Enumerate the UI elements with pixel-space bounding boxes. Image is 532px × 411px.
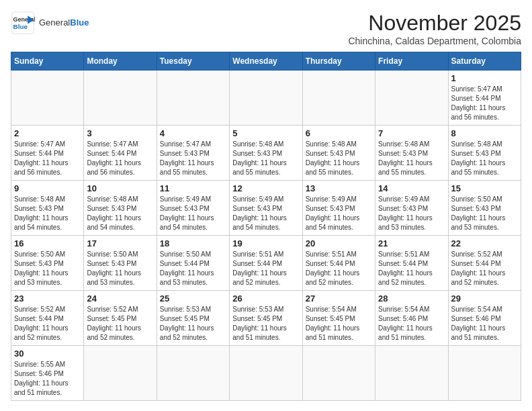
- day-number: 28: [378, 293, 445, 304]
- calendar-week-row: 2Sunrise: 5:47 AMSunset: 5:44 PMDaylight…: [11, 126, 521, 181]
- daylight-label: Daylight: 11 hours and 55 minutes.: [160, 159, 214, 176]
- sunset-label: Sunset: 5:46 PM: [378, 315, 428, 322]
- day-number: 24: [87, 293, 153, 304]
- day-info: Sunrise: 5:51 AMSunset: 5:44 PMDaylight:…: [378, 250, 445, 287]
- sunset-label: Sunset: 5:44 PM: [14, 315, 64, 322]
- day-number: 2: [14, 128, 81, 138]
- day-info: Sunrise: 5:52 AMSunset: 5:45 PMDaylight:…: [87, 305, 153, 342]
- empty-day-cell: [448, 346, 521, 401]
- empty-day-cell: [157, 71, 229, 126]
- day-info: Sunrise: 5:48 AMSunset: 5:43 PMDaylight:…: [306, 140, 372, 177]
- daylight-label: Daylight: 11 hours and 56 minutes.: [451, 104, 506, 121]
- day-number: 14: [378, 183, 445, 193]
- day-info: Sunrise: 5:49 AMSunset: 5:43 PMDaylight:…: [160, 195, 226, 232]
- day-number: 25: [160, 293, 226, 304]
- day-cell-27: 27Sunrise: 5:54 AMSunset: 5:45 PMDayligh…: [302, 291, 375, 346]
- sunrise-label: Sunrise: 5:50 AM: [160, 250, 211, 258]
- day-info: Sunrise: 5:51 AMSunset: 5:44 PMDaylight:…: [232, 250, 299, 287]
- empty-day-cell: [375, 346, 448, 401]
- daylight-label: Daylight: 11 hours and 55 minutes.: [232, 159, 287, 176]
- day-info: Sunrise: 5:48 AMSunset: 5:43 PMDaylight:…: [451, 140, 518, 177]
- logo: General Blue GeneralBlue: [11, 11, 89, 35]
- day-number: 3: [87, 128, 153, 138]
- day-cell-11: 11Sunrise: 5:49 AMSunset: 5:43 PMDayligh…: [157, 181, 229, 236]
- sunset-label: Sunset: 5:44 PM: [306, 260, 355, 267]
- sunrise-label: Sunrise: 5:48 AM: [232, 140, 283, 148]
- day-info: Sunrise: 5:50 AMSunset: 5:43 PMDaylight:…: [451, 195, 518, 232]
- empty-day-cell: [302, 71, 375, 126]
- sunset-label: Sunset: 5:43 PM: [451, 205, 501, 212]
- day-number: 23: [14, 293, 81, 304]
- sunset-label: Sunset: 5:45 PM: [87, 315, 136, 322]
- daylight-label: Daylight: 11 hours and 53 minutes.: [451, 214, 506, 231]
- day-info: Sunrise: 5:48 AMSunset: 5:43 PMDaylight:…: [232, 140, 299, 177]
- sunset-label: Sunset: 5:44 PM: [87, 150, 136, 157]
- weekday-header-thursday: Thursday: [302, 52, 375, 71]
- day-cell-17: 17Sunrise: 5:50 AMSunset: 5:43 PMDayligh…: [84, 236, 157, 291]
- day-cell-6: 6Sunrise: 5:48 AMSunset: 5:43 PMDaylight…: [302, 126, 375, 181]
- sunrise-label: Sunrise: 5:54 AM: [306, 306, 357, 313]
- daylight-label: Daylight: 11 hours and 54 minutes.: [232, 214, 287, 231]
- daylight-label: Daylight: 11 hours and 53 minutes.: [87, 269, 141, 286]
- calendar-title-area: November 2025 Chinchina, Caldas Departme…: [348, 11, 521, 46]
- sunset-label: Sunset: 5:44 PM: [451, 95, 501, 102]
- day-info: Sunrise: 5:52 AMSunset: 5:44 PMDaylight:…: [14, 305, 81, 342]
- weekday-header-row: SundayMondayTuesdayWednesdayThursdayFrid…: [11, 52, 521, 71]
- day-number: 16: [14, 238, 81, 248]
- logo-text: GeneralBlue: [39, 18, 89, 28]
- day-cell-4: 4Sunrise: 5:47 AMSunset: 5:43 PMDaylight…: [157, 126, 229, 181]
- day-cell-23: 23Sunrise: 5:52 AMSunset: 5:44 PMDayligh…: [11, 291, 84, 346]
- day-info: Sunrise: 5:47 AMSunset: 5:44 PMDaylight:…: [451, 85, 518, 122]
- sunset-label: Sunset: 5:46 PM: [14, 370, 64, 377]
- daylight-label: Daylight: 11 hours and 56 minutes.: [14, 159, 69, 176]
- empty-day-cell: [11, 71, 84, 126]
- sunrise-label: Sunrise: 5:53 AM: [232, 306, 283, 313]
- sunrise-label: Sunrise: 5:52 AM: [87, 306, 138, 313]
- sunset-label: Sunset: 5:43 PM: [306, 205, 355, 212]
- day-cell-20: 20Sunrise: 5:51 AMSunset: 5:44 PMDayligh…: [302, 236, 375, 291]
- daylight-label: Daylight: 11 hours and 55 minutes.: [306, 159, 360, 176]
- sunrise-label: Sunrise: 5:48 AM: [306, 140, 357, 148]
- day-number: 9: [14, 183, 81, 193]
- day-cell-28: 28Sunrise: 5:54 AMSunset: 5:46 PMDayligh…: [375, 291, 448, 346]
- day-number: 10: [87, 183, 153, 193]
- sunset-label: Sunset: 5:43 PM: [378, 205, 428, 212]
- day-number: 5: [232, 128, 299, 138]
- day-info: Sunrise: 5:53 AMSunset: 5:45 PMDaylight:…: [160, 305, 226, 342]
- sunset-label: Sunset: 5:44 PM: [14, 150, 64, 157]
- day-cell-10: 10Sunrise: 5:48 AMSunset: 5:43 PMDayligh…: [84, 181, 157, 236]
- calendar-week-row: 1Sunrise: 5:47 AMSunset: 5:44 PMDaylight…: [11, 71, 521, 126]
- day-cell-21: 21Sunrise: 5:51 AMSunset: 5:44 PMDayligh…: [375, 236, 448, 291]
- day-cell-24: 24Sunrise: 5:52 AMSunset: 5:45 PMDayligh…: [84, 291, 157, 346]
- daylight-label: Daylight: 11 hours and 55 minutes.: [378, 159, 433, 176]
- sunrise-label: Sunrise: 5:49 AM: [378, 195, 429, 203]
- weekday-header-wednesday: Wednesday: [230, 52, 302, 71]
- daylight-label: Daylight: 11 hours and 53 minutes.: [14, 269, 69, 286]
- day-cell-13: 13Sunrise: 5:49 AMSunset: 5:43 PMDayligh…: [302, 181, 375, 236]
- sunset-label: Sunset: 5:43 PM: [160, 205, 210, 212]
- day-cell-16: 16Sunrise: 5:50 AMSunset: 5:43 PMDayligh…: [11, 236, 84, 291]
- day-number: 20: [306, 238, 372, 248]
- day-cell-15: 15Sunrise: 5:50 AMSunset: 5:43 PMDayligh…: [448, 181, 521, 236]
- empty-day-cell: [84, 71, 157, 126]
- day-cell-19: 19Sunrise: 5:51 AMSunset: 5:44 PMDayligh…: [230, 236, 302, 291]
- day-cell-7: 7Sunrise: 5:48 AMSunset: 5:43 PMDaylight…: [375, 126, 448, 181]
- calendar-week-row: 16Sunrise: 5:50 AMSunset: 5:43 PMDayligh…: [11, 236, 521, 291]
- sunrise-label: Sunrise: 5:54 AM: [378, 306, 429, 313]
- day-number: 4: [160, 128, 226, 138]
- sunrise-label: Sunrise: 5:48 AM: [14, 195, 65, 203]
- sunrise-label: Sunrise: 5:52 AM: [451, 250, 502, 258]
- sunset-label: Sunset: 5:44 PM: [160, 260, 210, 267]
- sunrise-label: Sunrise: 5:49 AM: [306, 195, 357, 203]
- daylight-label: Daylight: 11 hours and 52 minutes.: [14, 324, 69, 341]
- day-number: 29: [451, 293, 518, 304]
- sunrise-label: Sunrise: 5:47 AM: [87, 140, 138, 148]
- sunset-label: Sunset: 5:43 PM: [378, 150, 428, 157]
- day-info: Sunrise: 5:47 AMSunset: 5:44 PMDaylight:…: [87, 140, 153, 177]
- sunrise-label: Sunrise: 5:53 AM: [160, 306, 211, 313]
- empty-day-cell: [302, 346, 375, 401]
- day-number: 1: [451, 73, 518, 83]
- daylight-label: Daylight: 11 hours and 54 minutes.: [14, 214, 69, 231]
- sunset-label: Sunset: 5:43 PM: [160, 150, 210, 157]
- day-info: Sunrise: 5:49 AMSunset: 5:43 PMDaylight:…: [306, 195, 372, 232]
